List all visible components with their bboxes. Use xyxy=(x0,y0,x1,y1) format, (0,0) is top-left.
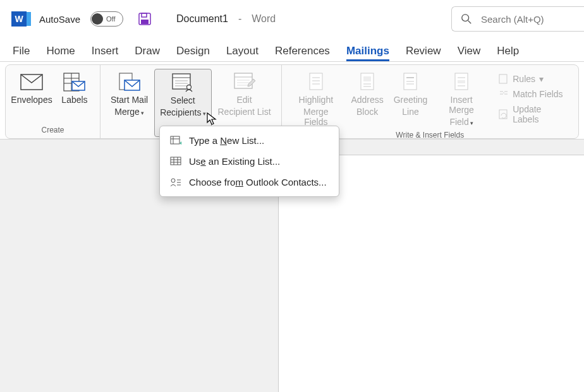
address-label-1: Address xyxy=(351,95,383,105)
select-recipients-dropdown: ✦ Type a New List... Use an Existing Lis… xyxy=(159,126,339,197)
labels-icon xyxy=(63,71,86,93)
tab-review[interactable]: Review xyxy=(406,45,441,61)
start-mail-merge-label-1: Start Mail xyxy=(111,95,148,105)
start-mail-merge-button[interactable]: Start Mail Merge▾ xyxy=(106,69,153,137)
insert-label-1: Insert Merge xyxy=(438,95,485,115)
match-fields-button: Match Fields xyxy=(496,88,568,100)
highlight-label-1: Highlight xyxy=(299,95,333,105)
search-box[interactable] xyxy=(451,6,584,32)
tab-view[interactable]: View xyxy=(458,45,481,61)
rules-icon xyxy=(499,74,509,84)
svg-rect-40 xyxy=(499,74,507,83)
svg-rect-46 xyxy=(171,157,181,165)
match-fields-label: Match Fields xyxy=(513,89,563,99)
rules-button: Rules▾ xyxy=(496,73,568,85)
ribbon-tabs: File Home Insert Draw Design Layout Refe… xyxy=(0,38,584,62)
new-list-icon: ✦ xyxy=(170,136,181,146)
edit-list-icon xyxy=(233,71,256,93)
svg-rect-1 xyxy=(142,13,147,17)
start-mail-merge-label-2: Merge xyxy=(114,107,140,117)
svg-rect-29 xyxy=(363,76,371,81)
svg-point-51 xyxy=(171,179,175,182)
labels-button[interactable]: Labels xyxy=(54,69,95,124)
tab-home[interactable]: Home xyxy=(46,45,75,61)
tab-mailings[interactable]: Mailings xyxy=(346,45,389,61)
autosave-label: AutoSave xyxy=(39,14,80,25)
tab-draw[interactable]: Draw xyxy=(135,45,160,61)
document-title: Document1 xyxy=(176,13,228,25)
tab-help[interactable]: Help xyxy=(497,45,519,61)
title-bar: W AutoSave Off Document1 - Word xyxy=(0,0,584,38)
labels-label: Labels xyxy=(61,95,87,105)
autosave-state: Off xyxy=(106,15,115,23)
tab-insert[interactable]: Insert xyxy=(92,45,119,61)
edit-recipient-list-label-2: Recipient List xyxy=(218,107,271,117)
save-icon[interactable] xyxy=(130,13,151,25)
insert-label-2: Field xyxy=(449,117,468,127)
update-labels-label: Update Labels xyxy=(513,104,566,124)
tab-file[interactable]: File xyxy=(13,45,30,61)
svg-rect-42 xyxy=(171,136,179,144)
greeting-icon xyxy=(402,71,418,93)
chevron-down-icon: ▾ xyxy=(470,120,473,126)
envelope-icon xyxy=(20,71,43,93)
svg-text:✦: ✦ xyxy=(179,140,181,146)
greeting-label-1: Greeting xyxy=(394,95,428,105)
svg-point-3 xyxy=(462,15,469,21)
match-fields-icon xyxy=(499,89,509,99)
address-block-button: Address Block xyxy=(346,69,388,129)
highlight-merge-fields-button: Highlight Merge Fields xyxy=(287,69,346,129)
greeting-label-2: Line xyxy=(402,107,418,117)
tab-layout[interactable]: Layout xyxy=(226,45,259,61)
greeting-line-button: Greeting Line xyxy=(389,69,432,129)
svg-point-18 xyxy=(187,85,192,90)
outlook-contacts-item[interactable]: Choose from Outlook Contacts... xyxy=(160,172,339,193)
outlook-contacts-icon xyxy=(170,177,181,187)
envelopes-button[interactable]: Envelopes xyxy=(11,69,52,124)
rules-label: Rules xyxy=(513,74,535,84)
update-labels-button: Update Labels xyxy=(496,103,568,126)
edit-recipient-list-label-1: Edit xyxy=(236,95,252,105)
select-recipients-label-1: Select xyxy=(171,95,195,105)
write-small-buttons: Rules▾ Match Fields Update Labels xyxy=(491,69,573,129)
insert-merge-field-button: Insert Merge Field▾ xyxy=(433,69,490,129)
recipients-icon xyxy=(171,72,194,93)
select-recipients-label-2: Recipients xyxy=(160,107,201,117)
toggle-knob xyxy=(92,13,103,25)
mail-merge-icon xyxy=(118,71,141,93)
svg-rect-38 xyxy=(458,80,465,83)
chevron-down-icon: ▾ xyxy=(141,110,144,116)
highlight-label-2: Merge Fields xyxy=(292,107,341,127)
address-label-2: Block xyxy=(356,107,378,117)
search-icon xyxy=(461,13,472,25)
update-labels-icon xyxy=(499,109,509,119)
word-app-icon: W xyxy=(11,11,27,27)
svg-rect-24 xyxy=(310,73,322,90)
group-create: Envelopes Labels Create xyxy=(6,65,100,138)
svg-line-4 xyxy=(468,21,471,24)
app-name: Word xyxy=(252,13,276,25)
svg-rect-2 xyxy=(141,20,149,24)
search-input[interactable] xyxy=(481,14,576,25)
group-create-label: Create xyxy=(11,124,95,137)
chevron-down-icon: ▾ xyxy=(203,110,206,117)
address-block-icon xyxy=(359,71,375,93)
envelopes-label: Envelopes xyxy=(11,95,52,105)
use-existing-list-item[interactable]: Use an Existing List... xyxy=(160,151,339,172)
tab-references[interactable]: References xyxy=(275,45,330,61)
tab-design[interactable]: Design xyxy=(176,45,210,61)
existing-list-icon xyxy=(170,157,181,167)
highlight-icon xyxy=(308,71,324,93)
autosave-toggle[interactable]: Off xyxy=(90,11,123,27)
title-dash: - xyxy=(238,13,241,25)
chevron-down-icon: ▾ xyxy=(539,74,544,84)
type-new-list-item[interactable]: ✦ Type a New List... xyxy=(160,130,339,151)
insert-field-icon xyxy=(453,71,470,93)
